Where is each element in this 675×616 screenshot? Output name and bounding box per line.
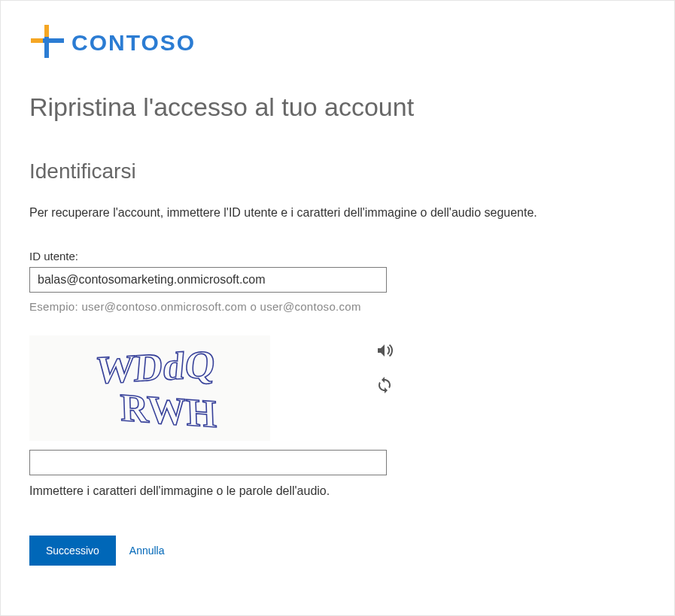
user-id-input[interactable] (29, 267, 387, 293)
captcha-hint: Immettere i caratteri dell'immagine o le… (29, 484, 646, 498)
user-id-hint: Esempio: user@contoso.onmicrosoft.com o … (29, 300, 646, 313)
svg-rect-3 (31, 38, 43, 43)
page-title: Ripristina l'accesso al tuo account (29, 93, 646, 122)
captcha-line1: WDdQ (94, 341, 217, 391)
captcha-controls (376, 335, 394, 394)
audio-icon[interactable] (376, 341, 394, 360)
logo-area: CONTOSO (29, 23, 646, 62)
captcha-image: WDdQ RWH (29, 335, 270, 441)
refresh-icon[interactable] (376, 376, 394, 394)
next-button[interactable]: Successivo (29, 536, 116, 566)
cancel-button[interactable]: Annulla (129, 545, 165, 557)
captcha-input[interactable] (29, 450, 387, 475)
brand-name: CONTOSO (71, 30, 196, 56)
contoso-logo-icon (29, 23, 65, 62)
captcha-line2: RWH (120, 386, 217, 435)
svg-rect-2 (44, 25, 49, 37)
section-title: Identificarsi (29, 159, 646, 184)
button-row: Successivo Annulla (29, 536, 646, 566)
instruction-text: Per recuperare l'account, immettere l'ID… (29, 206, 646, 220)
user-id-label: ID utente: (29, 250, 646, 262)
captcha-row: WDdQ RWH (29, 335, 646, 441)
